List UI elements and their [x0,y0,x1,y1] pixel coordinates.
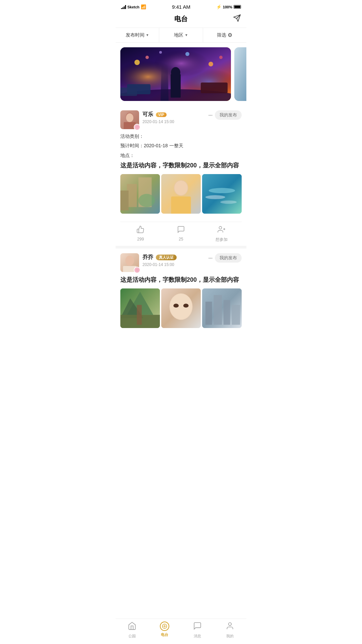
more-btn-1[interactable]: ··· [208,111,212,119]
post-img-1-3[interactable] [202,174,242,214]
banner-card-side[interactable] [234,47,246,101]
status-time: 9:41 AM [172,4,190,10]
comment-icon-1 [177,225,185,235]
svg-point-16 [159,51,162,54]
avatar-wrap-1: ♡ [120,110,139,129]
wifi-icon: 📶 [141,4,146,9]
svg-point-8 [171,67,180,78]
carrier-label: Sketch [127,5,139,9]
filter-screen-icon: ⚙ [228,32,232,38]
svg-rect-30 [171,197,191,214]
post-text-2: 这是活动内容，字数限制200，显示全部内容 [120,275,242,284]
svg-point-40 [125,256,134,266]
post-text-1: 这是活动内容，字数限制200，显示全部内容 [120,161,242,170]
svg-point-31 [174,181,187,195]
user-name-row-1: 可乐 VIP [142,111,174,118]
status-right: ⚡ 100% [216,4,241,9]
more-btn-2[interactable]: ··· [208,254,212,262]
filter-region-label: 地区 [174,32,183,38]
vip-badge-1: VIP [156,112,167,117]
avatar-badge-1: ♡ [134,124,140,130]
post-time-2: 2020-01-14 15:00 [142,262,177,267]
post-card-2: ♡ 乔乔 真人认证 2020-01-14 15:00 ··· 我的发布 这是活动… [116,249,246,336]
action-bar-1: 299 25 想参加 [120,222,242,246]
banner-card-main[interactable] [120,47,231,101]
svg-point-27 [138,194,155,207]
post-field-time: 预计时间：2020-01-18 一整天 [120,142,242,149]
banner-scroll [116,47,246,101]
my-publish-btn-1[interactable]: 我的发布 [215,110,242,120]
svg-rect-54 [214,295,222,325]
svg-point-36 [219,226,222,229]
post-user-2: ♡ 乔乔 真人认证 2020-01-14 15:00 [120,253,177,272]
filter-bar: 发布时间 ▼ 地区 ▼ 筛选 ⚙ [116,28,246,43]
content-area: ♡ 可乐 VIP 2020-01-14 15:00 ··· 我的发布 活动类别： [116,43,246,360]
post-field-category: 活动类别： [120,132,242,140]
my-publish-btn-2[interactable]: 我的发布 [215,253,242,263]
filter-time[interactable]: 发布时间 ▼ [116,28,159,42]
divider-1 [116,246,246,249]
svg-point-33 [209,188,235,193]
svg-point-13 [145,56,149,59]
svg-rect-10 [201,83,228,93]
user-info-1: 可乐 VIP 2020-01-14 15:00 [142,110,174,124]
post-img-1-1[interactable] [120,174,160,214]
comment-action-1[interactable]: 25 [161,225,201,243]
join-label-1: 想参加 [216,237,228,243]
filter-time-arrow: ▼ [146,33,149,37]
post-img-2-3[interactable] [202,288,242,328]
svg-point-15 [208,62,213,66]
page-title: 电台 [174,14,188,23]
post-meta-2: ··· 我的发布 [208,253,242,263]
status-bar: Sketch 📶 9:41 AM ⚡ 100% [116,0,246,12]
post-content-1: 活动类别： 预计时间：2020-01-18 一整天 地点： 这是活动内容，字数限… [120,132,242,222]
post-field-location: 地点： [120,152,242,159]
filter-screen-label: 筛选 [217,32,226,38]
svg-point-12 [134,60,140,65]
share-icon[interactable] [233,14,241,24]
svg-point-22 [126,113,133,122]
img-grid-2 [120,288,242,328]
user-info-2: 乔乔 真人认证 2020-01-14 15:00 [142,253,177,267]
post-img-1-2[interactable] [161,174,201,214]
post-img-2-1[interactable] [120,288,160,328]
post-card-1: ♡ 可乐 VIP 2020-01-14 15:00 ··· 我的发布 活动类别： [116,106,246,246]
svg-point-14 [185,52,189,56]
battery-icon [234,5,241,9]
img-grid-1 [120,174,242,214]
filter-region[interactable]: 地区 ▼ [159,28,203,42]
svg-point-35 [220,201,237,204]
status-left: Sketch 📶 [121,4,146,9]
post-user-1: ♡ 可乐 VIP 2020-01-14 15:00 [120,110,174,129]
svg-rect-56 [232,305,240,325]
svg-rect-26 [120,191,129,210]
svg-rect-46 [137,305,142,325]
filter-screen[interactable]: 筛选 ⚙ [203,28,246,42]
post-time-1: 2020-01-14 15:00 [142,119,174,124]
svg-rect-55 [224,300,230,325]
like-action-1[interactable]: 299 [120,225,161,243]
join-action-1[interactable]: 想参加 [201,225,242,243]
like-icon-1 [136,225,144,235]
comment-count-1: 25 [179,237,183,241]
post-meta-1: ··· 我的发布 [208,110,242,120]
like-count-1: 299 [137,237,144,241]
header: 电台 [116,12,246,28]
bluetooth-icon: ⚡ [216,4,222,9]
avatar-wrap-2: ♡ [120,253,139,272]
banner-artwork [120,47,231,101]
user-name-2: 乔乔 [142,254,153,261]
svg-rect-11 [120,88,137,96]
svg-rect-53 [205,302,212,325]
user-name-1: 可乐 [142,111,153,118]
svg-point-49 [170,294,192,319]
post-header-2: ♡ 乔乔 真人认证 2020-01-14 15:00 ··· 我的发布 [120,253,242,272]
post-content-2: 这是活动内容，字数限制200，显示全部内容 [120,275,242,336]
filter-time-label: 发布时间 [126,32,144,38]
filter-region-arrow: ▼ [185,33,188,37]
svg-point-17 [219,56,223,59]
post-img-2-2[interactable] [161,288,201,328]
real-badge-2: 真人认证 [156,255,177,260]
svg-point-34 [205,195,225,199]
battery-percent: 100% [223,5,232,9]
